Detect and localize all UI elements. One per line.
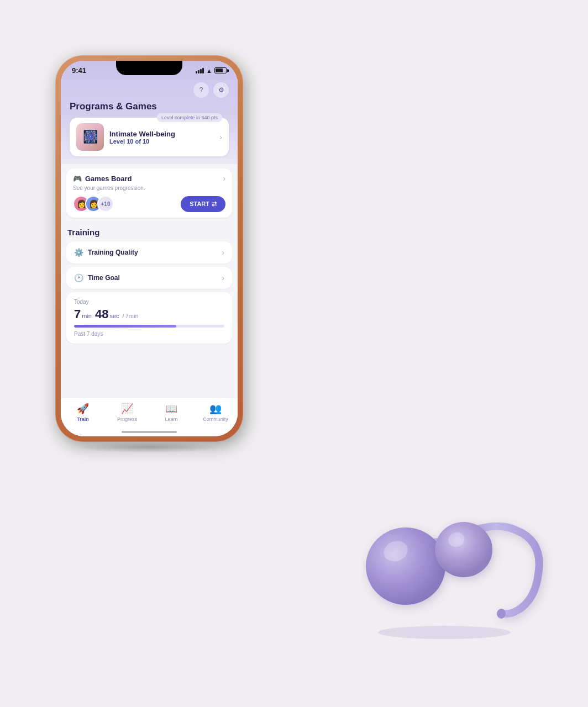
scene: 9:41 ▲	[0, 0, 588, 707]
program-name: Intimate Well-being	[109, 130, 214, 138]
time-seconds: 48	[95, 307, 108, 321]
time-goal-item[interactable]: 🕐 Time Goal ›	[66, 267, 232, 289]
community-label: Community	[203, 416, 228, 422]
page-title: Programs & Games	[70, 101, 229, 112]
learn-label: Learn	[165, 416, 177, 422]
sec-unit: sec	[109, 313, 119, 319]
level-of: of 10	[135, 138, 150, 145]
avatar-count: +10	[97, 196, 114, 212]
training-section-title: Training	[66, 228, 232, 237]
svg-point-4	[497, 609, 506, 619]
quality-icon: ⚙️	[74, 248, 83, 257]
program-card[interactable]: Level complete in 640 pts 🎆 Intimate Wel…	[70, 118, 229, 156]
today-time: 7 min 48 sec / 7min	[74, 307, 224, 321]
avatar-stack: 👩 👩 +10	[73, 196, 114, 212]
today-label: Today	[74, 299, 224, 305]
help-button[interactable]: ?	[193, 82, 209, 98]
phone-screen: 9:41 ▲	[61, 61, 238, 436]
games-chevron: ›	[223, 174, 225, 183]
screen-content: 9:41 ▲	[61, 61, 238, 436]
games-title: 🎮 Games Board	[73, 175, 132, 183]
quality-chevron: ›	[222, 248, 224, 257]
games-board-section: 🎮 Games Board › See your games progressi…	[66, 168, 232, 218]
phone-wrapper: 9:41 ▲	[55, 55, 243, 442]
nav-item-community[interactable]: 👥 Community	[193, 403, 238, 422]
games-row: 👩 👩 +10 START ⇄	[73, 196, 225, 212]
community-icon: 👥	[209, 403, 222, 415]
train-icon: 🚀	[77, 403, 89, 415]
nav-item-progress[interactable]: 📈 Progress	[105, 403, 149, 422]
time-goal-text: 7min	[125, 313, 139, 319]
nav-item-train[interactable]: 🚀 Train	[61, 403, 105, 422]
progress-fill	[74, 325, 176, 328]
learn-icon: 📖	[165, 403, 177, 415]
svg-point-2	[435, 522, 492, 577]
svg-point-0	[366, 527, 445, 605]
today-stats: Today 7 min 48 sec / 7min	[66, 292, 232, 344]
progress-label: Progress	[117, 416, 137, 422]
shuffle-icon: ⇄	[212, 201, 217, 208]
svg-point-5	[378, 626, 511, 639]
past-days-label: Past 7 days	[74, 331, 224, 337]
time-icon: 🕐	[74, 273, 83, 282]
phone-shadow	[77, 442, 221, 453]
training-quality-item[interactable]: ⚙️ Training Quality ›	[66, 241, 232, 263]
battery-icon	[214, 67, 227, 73]
device-wrapper	[361, 486, 555, 641]
phone-outer: 9:41 ▲	[55, 55, 243, 442]
home-indicator	[61, 429, 238, 436]
program-chevron: ›	[219, 133, 222, 141]
time-goal-value: /	[123, 313, 124, 319]
program-figure: 🎆	[83, 130, 98, 144]
training-section: Training ⚙️ Training Quality › �	[61, 222, 238, 289]
program-info: Intimate Well-being Level 10 of 10	[109, 130, 214, 145]
time-minutes: 7	[74, 307, 81, 321]
time-goal-label: Time Goal	[88, 274, 120, 282]
level-badge: Level complete in 640 pts	[157, 113, 222, 122]
bottom-nav: 🚀 Train 📈 Progress 📖 Learn 👥	[61, 398, 238, 429]
start-button[interactable]: START ⇄	[181, 196, 225, 212]
scroll-content: 🎮 Games Board › See your games progressi…	[61, 164, 238, 398]
progress-track	[74, 325, 224, 328]
status-time: 9:41	[72, 66, 86, 75]
min-unit: min	[82, 313, 92, 319]
gamepad-icon: 🎮	[73, 175, 82, 183]
notch	[116, 61, 182, 75]
program-level: Level 10 of 10	[109, 138, 214, 145]
games-header: 🎮 Games Board ›	[73, 174, 225, 183]
app-header: ? ⚙ Programs & Games Level complete in 6…	[61, 78, 238, 164]
signal-icon	[196, 68, 204, 73]
games-subtitle: See your games progression.	[73, 185, 225, 191]
wifi-icon: ▲	[206, 67, 212, 74]
status-icons: ▲	[196, 67, 227, 74]
train-label: Train	[77, 416, 89, 422]
program-content: 🎆 Intimate Well-being Level 10 of 10	[76, 123, 222, 151]
program-thumbnail: 🎆	[76, 123, 104, 151]
settings-button[interactable]: ⚙	[213, 82, 229, 98]
home-bar	[122, 431, 177, 433]
quality-label: Training Quality	[88, 249, 138, 256]
kegel-device-svg	[361, 486, 555, 641]
time-chevron: ›	[222, 273, 224, 282]
nav-item-learn[interactable]: 📖 Learn	[149, 403, 193, 422]
level-text: Level	[109, 138, 125, 145]
level-num: 10	[127, 138, 133, 145]
header-icons: ? ⚙	[70, 82, 229, 98]
progress-icon: 📈	[121, 403, 133, 415]
